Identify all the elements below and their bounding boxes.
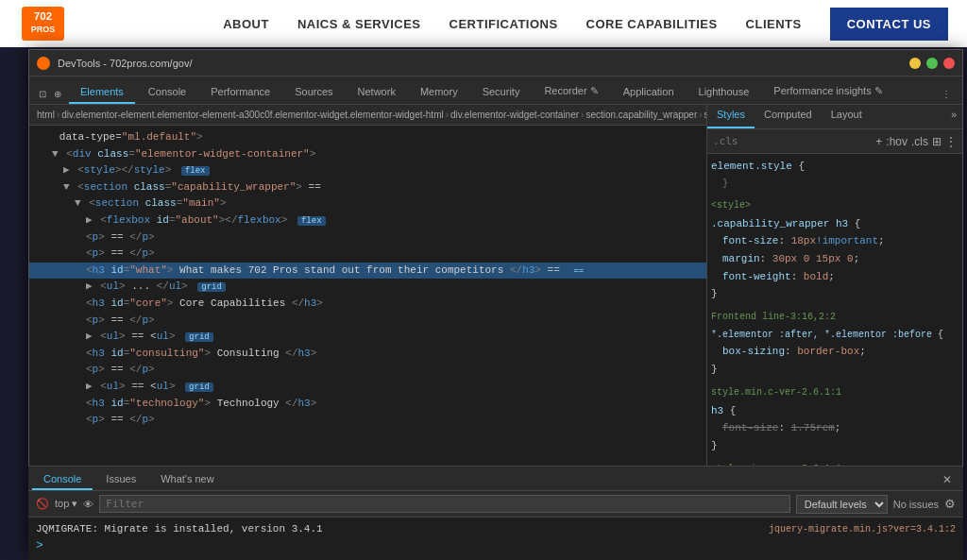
breadcrumb-item-1[interactable]: div.elementor-element.elementor-element-…	[61, 110, 443, 120]
nav-naics[interactable]: NAICS & SERVICES	[297, 17, 421, 31]
devtools-titlebar: DevTools - 702pros.com/gov/	[29, 50, 962, 76]
devtools-title: DevTools - 702pros.com/gov/	[58, 58, 192, 69]
tab-performance-insights[interactable]: Performance insights ✎	[762, 80, 893, 104]
console-prompt-icon: >	[36, 538, 43, 552]
style-source: <style>	[711, 197, 959, 213]
svg-text:PROS: PROS	[30, 25, 55, 34]
no-issues-label: No issues	[893, 499, 939, 510]
styles-tabs: Styles Computed Layout »	[707, 105, 962, 129]
html-line[interactable]: ▶ <ul> == <ul> grid	[29, 329, 706, 346]
styles-tab-styles[interactable]: Styles	[707, 105, 755, 128]
more-styles-icon[interactable]: ⋮	[945, 135, 957, 148]
style-source: style.min.c-ver-2.6.1:1	[711, 384, 959, 400]
tab-elements[interactable]: Elements	[69, 81, 135, 104]
style-selector: element.style {	[711, 158, 959, 176]
html-line[interactable]: <h3 id="consulting"> Consulting </h3>	[29, 346, 706, 363]
nav-clients[interactable]: CLIENTS	[746, 17, 802, 31]
close-drawer-icon[interactable]: ✕	[935, 469, 959, 490]
styles-tab-computed[interactable]: Computed	[755, 105, 822, 128]
html-line[interactable]: ▶ <flexbox id="about"></flexbox> flex	[29, 212, 706, 229]
style-rule-elementor: Frontend line-3:16,2:2 *.elementor :afte…	[711, 309, 959, 378]
tab-network[interactable]: Network	[347, 81, 407, 104]
style-selector: .capability_wrapper h3 {	[711, 215, 959, 233]
console-toolbar: 🚫 top ▾ 👁 Default levels No issues ⚙	[28, 491, 963, 518]
breadcrumb-item-0[interactable]: html	[37, 110, 55, 120]
style-rule-h3: style.min.c-ver-2.6.1:1 h3 { font-size: …	[711, 384, 959, 455]
nav-capabilities[interactable]: CORE CAPABILITIES	[586, 17, 718, 31]
nav-certifications[interactable]: CERTIFICATIONS	[450, 17, 558, 31]
console-section: Console Issues What's new ✕ 🚫 top ▾ 👁 De…	[28, 466, 963, 560]
new-style-rule-icon[interactable]: +	[875, 135, 882, 148]
html-line[interactable]: <p> == </p>	[29, 313, 706, 330]
html-line[interactable]: ▶ <ul> == <ul> grid	[29, 379, 706, 396]
html-line[interactable]: ▼ <section class="main">	[29, 195, 706, 212]
website-navbar: 702 PROS ABOUT NAICS & SERVICES CERTIFIC…	[0, 0, 967, 47]
console-eye-icon[interactable]: 👁	[83, 499, 93, 510]
tab-sources[interactable]: Sources	[283, 81, 344, 104]
html-line[interactable]: ▶ <style></style> flex	[29, 162, 706, 179]
console-level-select[interactable]: Default levels	[796, 495, 888, 514]
console-filter-input[interactable]	[99, 495, 789, 513]
tab-issues[interactable]: Issues	[94, 469, 147, 490]
tab-security[interactable]: Security	[471, 81, 532, 104]
class-icon[interactable]: .cls	[911, 135, 928, 148]
html-line[interactable]: <p> == </p>	[29, 412, 706, 429]
tab-lighthouse[interactable]: Lighthouse	[687, 81, 761, 104]
styles-filter-bar: + :hov .cls ⊞ ⋮	[707, 129, 962, 154]
minimize-button[interactable]	[909, 58, 921, 69]
console-clear-icon[interactable]: 🚫	[36, 498, 49, 510]
styles-tab-layout[interactable]: Layout	[822, 105, 872, 128]
html-line[interactable]: ▶ <ul> ... </ul> grid	[29, 279, 706, 296]
console-msg-link[interactable]: jquery-migrate.min.js?ver=3.4.1:2	[769, 524, 956, 535]
console-prompt-line: >	[36, 536, 956, 554]
close-button[interactable]	[943, 58, 955, 69]
contact-us-button[interactable]: CONTACT US	[830, 8, 948, 41]
devtools-favicon	[37, 57, 50, 70]
nav-links: ABOUT NAICS & SERVICES CERTIFICATIONS CO…	[223, 8, 948, 41]
elements-breadcrumb: html › div.elementor-element.elementor-e…	[29, 105, 706, 126]
style-selector: h3 {	[711, 402, 959, 420]
styles-filter-input[interactable]	[713, 135, 872, 147]
html-line[interactable]: <h3 id="technology"> Technology </h3>	[29, 396, 706, 413]
html-line[interactable]: ▼ <section class="capability_wrapper"> =…	[29, 179, 706, 196]
tab-console[interactable]: Console	[137, 81, 197, 104]
console-top-icon[interactable]: top ▾	[55, 498, 77, 510]
html-line[interactable]: ▼ <div class="elementor-widget-container…	[29, 146, 706, 163]
html-line[interactable]: <p> == </p>	[29, 229, 706, 246]
nav-about[interactable]: ABOUT	[223, 17, 269, 31]
html-line[interactable]: <h3 id="core"> Core Capabilities </h3>	[29, 296, 706, 313]
console-tabbar: Console Issues What's new ✕	[28, 467, 963, 491]
toggle-element-state-icon[interactable]: :hov	[886, 135, 908, 148]
breadcrumb-item-2[interactable]: div.elementor-widget-container	[450, 110, 579, 120]
style-selector: *.elementor :after, *.elementor :before …	[711, 327, 959, 343]
devtools-tab-icons: ⊡ ⊕	[33, 84, 67, 104]
tab-performance[interactable]: Performance	[199, 81, 281, 104]
style-rule-capability: <style> .capability_wrapper h3 { font-si…	[711, 197, 959, 303]
styles-tab-more[interactable]: »	[945, 105, 962, 128]
maximize-button[interactable]	[926, 58, 938, 69]
svg-text:702: 702	[33, 9, 52, 22]
tab-recorder[interactable]: Recorder ✎	[533, 80, 609, 104]
titlebar-controls	[909, 58, 955, 69]
style-rule-element: element.style { }	[711, 158, 959, 192]
console-message: JQMIGRATE: Migrate is installed, version…	[36, 521, 956, 536]
tab-whats-new[interactable]: What's new	[149, 469, 226, 490]
style-source: Frontend line-3:16,2:2	[711, 309, 959, 325]
html-line[interactable]: data-type="ml.default">	[29, 129, 706, 146]
breadcrumb-item-3[interactable]: section.capability_wrapper	[585, 110, 697, 120]
more-tabs-icon[interactable]: ⋮	[934, 84, 959, 104]
console-msg-text: JQMIGRATE: Migrate is installed, version…	[36, 523, 323, 535]
tab-console-drawer[interactable]: Console	[32, 469, 93, 490]
html-line[interactable]: <p> == </p>	[29, 362, 706, 379]
breadcrumb-item-4[interactable]: section.main	[704, 110, 706, 120]
html-line[interactable]: <p> == </p>	[29, 246, 706, 263]
inspect-icon[interactable]: ⊕	[52, 89, 63, 99]
tab-memory[interactable]: Memory	[409, 81, 469, 104]
computed-icon[interactable]: ⊞	[932, 135, 942, 148]
console-settings-icon[interactable]: ⚙	[944, 497, 956, 511]
dock-icon[interactable]: ⊡	[37, 89, 48, 99]
html-line-selected[interactable]: <h3 id="what"> What makes 702 Pros stand…	[29, 263, 706, 280]
logo: 702 PROS	[19, 5, 66, 42]
console-output: JQMIGRATE: Migrate is installed, version…	[28, 518, 963, 558]
tab-application[interactable]: Application	[612, 81, 686, 104]
